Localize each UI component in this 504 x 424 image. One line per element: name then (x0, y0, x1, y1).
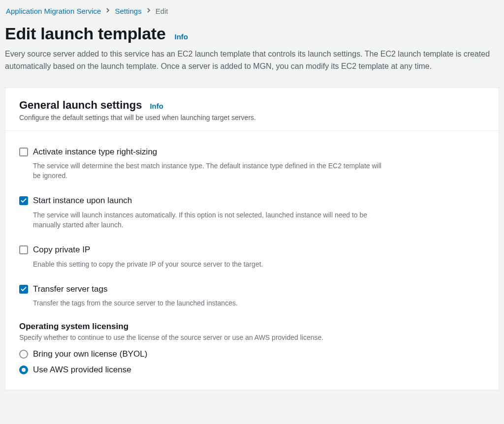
aws-license-label: Use AWS provided license (33, 365, 131, 375)
start-instance-checkbox[interactable] (19, 196, 28, 205)
page-title: Edit launch template (5, 24, 166, 43)
check-icon (21, 198, 27, 204)
info-link[interactable]: Info (175, 32, 189, 41)
option-copy-ip: Copy private IP (19, 230, 485, 257)
chevron-right-icon (147, 7, 151, 15)
panel-subtitle: Configure the default settings that will… (19, 114, 485, 121)
page-header: Edit launch template Info (5, 24, 499, 43)
radio-byol-row: Bring your own license (BYOL) (19, 346, 485, 362)
aws-license-radio[interactable] (19, 365, 28, 374)
right-sizing-desc: The service will determine the best matc… (33, 161, 387, 181)
panel-header: General launch settings Info Configure t… (5, 88, 499, 131)
option-transfer-tags: Transfer server tags (19, 269, 485, 296)
option-right-sizing: Activate instance type right-sizing (19, 137, 485, 159)
right-sizing-label: Activate instance type right-sizing (33, 147, 157, 157)
breadcrumb-settings-link[interactable]: Settings (115, 7, 141, 15)
transfer-tags-desc: Transfer the tags from the source server… (33, 298, 387, 308)
start-instance-label: Start instance upon launch (33, 195, 132, 206)
panel-body: Activate instance type right-sizing The … (5, 131, 499, 390)
licensing-desc: Specify whether to continue to use the l… (19, 333, 485, 341)
transfer-tags-label: Transfer server tags (33, 284, 107, 294)
check-icon (21, 286, 27, 292)
general-launch-settings-panel: General launch settings Info Configure t… (5, 88, 499, 391)
copy-ip-desc: Enable this setting to copy the private … (33, 259, 387, 269)
chevron-right-icon (106, 7, 110, 15)
panel-title: General launch settings (19, 99, 142, 112)
radio-aws-row: Use AWS provided license (19, 362, 485, 378)
byol-label: Bring your own license (BYOL) (33, 349, 147, 359)
info-link[interactable]: Info (150, 102, 163, 110)
breadcrumb: Application Migration Service Settings E… (5, 7, 499, 15)
byol-radio[interactable] (19, 350, 28, 359)
licensing-heading: Operating system licensing (19, 322, 485, 332)
transfer-tags-checkbox[interactable] (19, 285, 28, 294)
right-sizing-checkbox[interactable] (19, 148, 28, 156)
start-instance-desc: The service will launch instances automa… (33, 210, 387, 230)
page-description: Every source server added to this servic… (5, 48, 497, 73)
copy-ip-checkbox[interactable] (19, 245, 28, 254)
option-start-instance: Start instance upon launch (19, 181, 485, 208)
copy-ip-label: Copy private IP (33, 244, 90, 255)
breadcrumb-root-link[interactable]: Application Migration Service (6, 7, 101, 15)
breadcrumb-current: Edit (156, 7, 168, 15)
